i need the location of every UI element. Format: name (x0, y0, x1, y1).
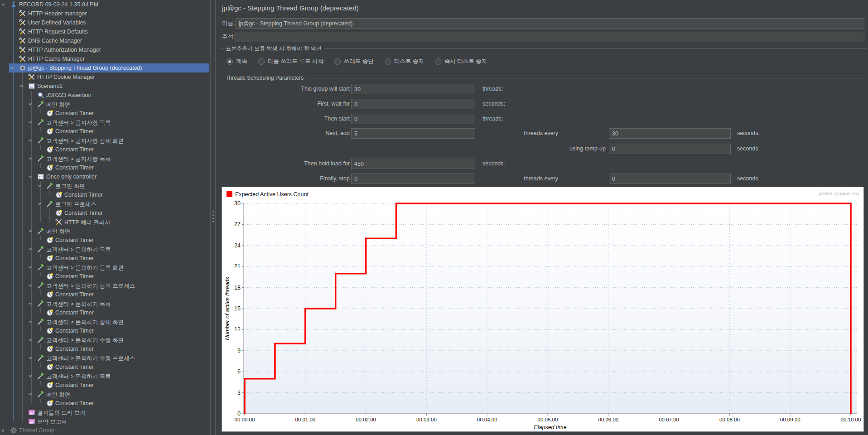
chevron-down-icon[interactable] (28, 120, 33, 125)
tree-item[interactable]: 메인 화면 (0, 227, 209, 236)
threads-count-input[interactable] (351, 84, 475, 94)
tree-item[interactable]: DNS Cache Manager (0, 36, 209, 45)
tree-item[interactable]: HTTP Authorization Manager (0, 45, 209, 54)
tree-item[interactable]: 고객센터 > 문의하기 상세 화면 (0, 317, 209, 326)
chevron-down-icon[interactable] (37, 202, 42, 206)
tree-item[interactable]: 로그인 화면 (0, 181, 209, 190)
chevron-right-icon[interactable] (1, 428, 5, 433)
tree-item[interactable]: Constant Timer (0, 399, 209, 408)
tree-item[interactable]: Constant Timer (0, 127, 209, 136)
chevron-down-icon[interactable] (28, 174, 33, 179)
radio-selected-icon[interactable] (227, 58, 233, 65)
tree-item[interactable]: 고객센터 > 공지사항 목록 (0, 118, 209, 127)
tree-item[interactable]: 로그인 프로세스 (0, 199, 209, 208)
hold-load-input[interactable] (351, 159, 475, 169)
chevron-down-icon[interactable] (28, 138, 33, 143)
tree-item[interactable]: Constant Timer (0, 145, 209, 154)
radio-unselected-icon[interactable] (258, 58, 265, 65)
tree-item[interactable]: RECORD 09-03-24 1.35.04 PM (0, 0, 209, 9)
chevron-down-icon[interactable] (28, 374, 33, 378)
chevron-down-icon[interactable] (28, 392, 33, 396)
chevron-down-icon[interactable] (37, 184, 42, 188)
radio-unselected-icon[interactable] (334, 58, 341, 65)
tree-item[interactable]: 메인 화면 (0, 100, 209, 109)
chevron-down-icon[interactable] (28, 247, 33, 251)
tree-item[interactable]: 고객센터 > 문의하기 목록 (0, 372, 209, 381)
error-action-radio-0[interactable]: 계속 (227, 58, 247, 65)
chevron-down-icon[interactable] (28, 319, 33, 324)
chevron-down-icon[interactable] (28, 156, 33, 161)
chevron-down-icon[interactable] (28, 301, 33, 306)
tree-item[interactable]: 결과들의 트리 보기 (0, 408, 209, 417)
tree-item[interactable]: Constant Timer (0, 290, 209, 299)
tree-item-label: 고객센터 > 공지사항 상세 화면 (46, 137, 124, 145)
chevron-down-icon[interactable] (28, 229, 33, 233)
tree-item[interactable]: 고객센터 > 공지사항 목록 (0, 154, 209, 163)
panel-splitter[interactable] (209, 0, 218, 435)
error-action-radios: 계속다음 쓰레드 루프 시작쓰레드 중단테스트 중지즉시 테스트 중지 (227, 58, 487, 65)
name-input[interactable] (236, 18, 864, 29)
tree-item-label: 고객센터 > 문의하기 목록 (46, 300, 111, 308)
tree-item[interactable]: Constant Timer (0, 272, 209, 281)
chevron-down-icon[interactable] (1, 2, 5, 7)
tree-item[interactable]: 고객센터 > 문의하기 수정 화면 (0, 335, 209, 344)
scheduling-mid-label: using ramp-up (470, 144, 606, 154)
tree-item[interactable]: Constant Timer (0, 236, 209, 245)
chevron-down-icon[interactable] (28, 283, 33, 288)
increment-interval-input[interactable] (609, 128, 731, 139)
comment-input[interactable] (236, 32, 864, 42)
tree-item[interactable]: Constant Timer (0, 109, 209, 118)
tree-item[interactable]: Constant Timer (0, 308, 209, 317)
chevron-down-icon[interactable] (28, 265, 33, 270)
tree-item[interactable]: Constant Timer (0, 208, 209, 218)
tree-item[interactable]: Constant Timer (0, 163, 209, 172)
start-threads-input[interactable] (351, 114, 475, 124)
radio-unselected-icon[interactable] (385, 58, 391, 65)
tree-item-label: Constant Timer (55, 146, 94, 153)
chevron-down-icon[interactable] (28, 338, 33, 342)
tree-item[interactable]: Thread Group (0, 426, 209, 435)
tree-item[interactable]: Constant Timer (0, 326, 209, 335)
error-action-radio-1[interactable]: 다음 쓰레드 루프 시작 (258, 58, 323, 65)
expected-active-users-chart: 03691215182124273000:00:0000:01:0000:02:… (222, 187, 864, 432)
initial-delay-input[interactable] (351, 99, 475, 109)
tree-item-label: HTTP 헤더 관리자 (64, 219, 111, 227)
tree-item[interactable]: 고객센터 > 문의하기 수정 프로세스 (0, 353, 209, 362)
tree-item[interactable]: HTTP Cache Manager (0, 54, 209, 63)
chevron-down-icon[interactable] (19, 84, 24, 88)
tree-item[interactable]: HTTP 헤더 관리자 (0, 218, 209, 227)
stop-interval-input[interactable] (609, 174, 731, 184)
tree-item[interactable]: 고객센터 > 공지사항 상세 화면 (0, 136, 209, 145)
tree-item[interactable]: 메인 화면 (0, 390, 209, 399)
chevron-down-icon[interactable] (10, 66, 14, 70)
svg-text:6: 6 (237, 368, 241, 375)
error-action-radio-2[interactable]: 쓰레드 중단 (334, 58, 374, 65)
tree-item-label: 요약 보고서 (37, 418, 67, 426)
tree-item[interactable]: Constant Timer (0, 381, 209, 390)
tree-item[interactable]: Constant Timer (0, 362, 209, 372)
tree-item[interactable]: JSR223 Assertion (0, 91, 209, 100)
tree-item[interactable]: User Defined Variables (0, 18, 209, 27)
chevron-down-icon[interactable] (28, 356, 33, 360)
error-action-radio-4[interactable]: 즉시 테스트 중지 (435, 58, 487, 65)
tree-item[interactable]: HTTP Request Defaults (0, 27, 209, 36)
tree-item[interactable]: Constant Timer (0, 344, 209, 353)
rampup-seconds-input[interactable] (609, 144, 731, 154)
tree-item[interactable]: Constant Timer (0, 190, 209, 199)
tree-item[interactable]: HTTP Header manager (0, 9, 209, 18)
tree-item[interactable]: Once only controller (0, 172, 209, 181)
tree-item[interactable]: Constant Timer (0, 254, 209, 263)
tree-item[interactable]: 고객센터 > 문의하기 등록 화면 (0, 263, 209, 272)
error-action-radio-3[interactable]: 테스트 중지 (385, 58, 424, 65)
tree-item[interactable]: HTTP Cookie Manager (0, 72, 209, 82)
radio-unselected-icon[interactable] (435, 58, 441, 65)
tree-item[interactable]: 고객센터 > 문의하기 목록 (0, 299, 209, 308)
chevron-down-icon[interactable] (28, 102, 33, 106)
tree-item-label: 고객센터 > 공지사항 목록 (46, 119, 111, 127)
splitter-grip-icon[interactable] (212, 211, 214, 213)
tree-item[interactable]: jp@gc - Stepping Thread Group (deprecate… (0, 63, 209, 72)
tree-item[interactable]: 고객센터 > 문의하기 목록 (0, 245, 209, 254)
tree-item[interactable]: 요약 보고서 (0, 417, 209, 426)
tree-item[interactable]: Scenario2 (0, 82, 209, 91)
tree-item[interactable]: 고객센터 > 문의하기 등록 프로세스 (0, 281, 209, 290)
